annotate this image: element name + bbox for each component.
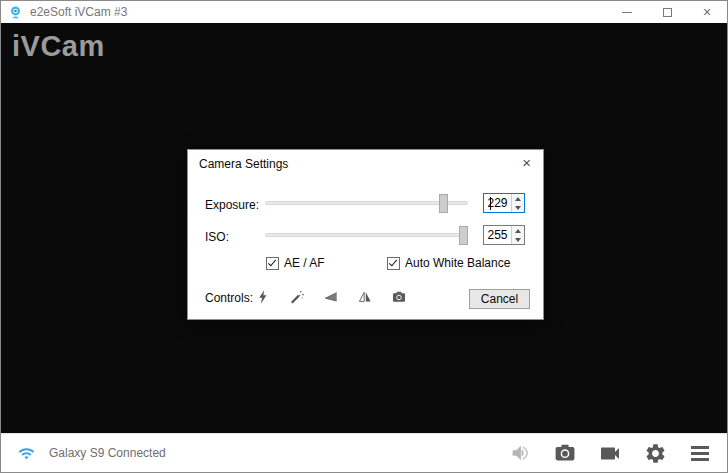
connection-status-text: Galaxy S9 Connected: [49, 446, 166, 460]
iso-slider-thumb[interactable]: [459, 226, 468, 245]
exposure-slider-track[interactable]: [265, 201, 468, 205]
iso-spin-down-icon[interactable]: [512, 235, 524, 244]
exposure-slider-thumb[interactable]: [439, 194, 448, 213]
ivcam-watermark: iVCam: [12, 30, 105, 63]
app-window: e2eSoft iVCam #3 × iVCam Camera Settings…: [0, 0, 728, 473]
ae-af-checkbox[interactable]: AE / AF: [266, 256, 325, 270]
iso-spinner: [511, 226, 524, 244]
flip-vertical-icon[interactable]: [322, 288, 339, 305]
cancel-button[interactable]: Cancel: [469, 289, 530, 309]
dialog-title: Camera Settings: [199, 157, 288, 171]
wifi-icon: [17, 445, 36, 462]
video-preview-area: iVCam Camera Settings × Exposure:: [1, 23, 727, 433]
exposure-slider[interactable]: [265, 194, 468, 213]
exposure-label: Exposure:: [205, 198, 259, 212]
close-icon: ×: [703, 5, 711, 19]
ae-af-checkbox-label: AE / AF: [284, 256, 325, 270]
checkbox-box-icon: [266, 257, 279, 270]
iso-slider-track[interactable]: [265, 233, 468, 237]
menu-icon[interactable]: [688, 441, 712, 465]
webcam-app-icon: [8, 5, 23, 20]
volume-icon[interactable]: [508, 441, 532, 465]
minimize-button[interactable]: [607, 1, 647, 23]
photo-capture-icon[interactable]: [553, 441, 577, 465]
controls-label: Controls:: [205, 291, 253, 305]
camera-settings-dialog: Camera Settings × Exposure: ISO:: [187, 149, 544, 320]
connection-status-group: Galaxy S9 Connected: [17, 445, 166, 462]
dialog-titlebar[interactable]: Camera Settings ×: [188, 150, 543, 176]
beauty-wand-icon[interactable]: [288, 288, 305, 305]
app-title: e2eSoft iVCam #3: [30, 5, 127, 19]
exposure-spin-up-icon[interactable]: [512, 194, 524, 203]
text-caret: [490, 197, 491, 210]
exposure-spinner: [511, 194, 524, 212]
flash-icon[interactable]: [254, 288, 271, 305]
video-record-icon[interactable]: [598, 441, 622, 465]
exposure-spin-down-icon[interactable]: [512, 203, 524, 212]
snapshot-icon[interactable]: [390, 288, 407, 305]
minimize-icon: [622, 12, 632, 13]
iso-label: ISO:: [205, 230, 229, 244]
window-controls: ×: [607, 1, 727, 23]
exposure-spinbox[interactable]: [483, 193, 525, 213]
status-bar: Galaxy S9 Connected: [1, 433, 727, 472]
checkbox-box-icon: [387, 257, 400, 270]
iso-spin-up-icon[interactable]: [512, 226, 524, 235]
maximize-button[interactable]: [647, 1, 687, 23]
titlebar: e2eSoft iVCam #3 ×: [1, 1, 727, 23]
auto-white-balance-checkbox-label: Auto White Balance: [405, 256, 510, 270]
camera-control-buttons: [254, 288, 407, 305]
flip-horizontal-icon[interactable]: [356, 288, 373, 305]
dialog-close-icon[interactable]: ×: [522, 154, 531, 171]
close-button[interactable]: ×: [687, 1, 727, 23]
maximize-icon: [663, 8, 672, 17]
statusbar-buttons: [508, 441, 712, 465]
iso-input[interactable]: [484, 226, 511, 244]
iso-slider[interactable]: [265, 226, 468, 245]
settings-gear-icon[interactable]: [643, 441, 667, 465]
iso-spinbox[interactable]: [483, 225, 525, 245]
exposure-input[interactable]: [484, 194, 511, 212]
auto-white-balance-checkbox[interactable]: Auto White Balance: [387, 256, 510, 270]
